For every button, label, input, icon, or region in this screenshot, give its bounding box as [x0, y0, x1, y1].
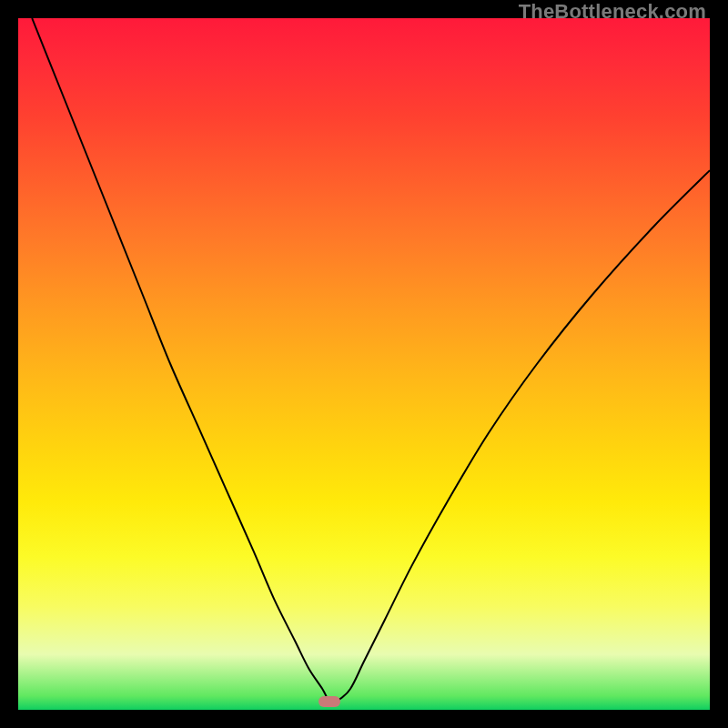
chart-svg [18, 18, 710, 710]
bottleneck-curve [32, 18, 710, 703]
chart-plot-area [18, 18, 710, 710]
minimum-marker [318, 696, 340, 707]
